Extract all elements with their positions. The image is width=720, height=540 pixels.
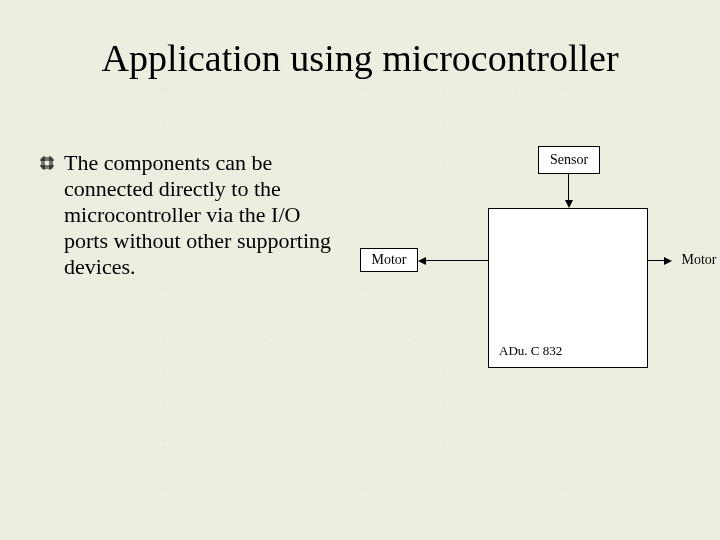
slide-title: Application using microcontroller — [0, 36, 720, 80]
sensor-box: Sensor — [538, 146, 600, 174]
microcontroller-label: ADu. C 832 — [499, 343, 562, 359]
block-diagram: Sensor ADu. C 832 Motor Motor — [360, 140, 710, 400]
motor-right-label-box: Motor — [670, 248, 720, 272]
bullet-item: The components can be connected directly… — [40, 150, 345, 280]
arrow-sensor-to-mcu — [568, 174, 569, 202]
arrow-mcu-to-motor-left — [426, 260, 488, 261]
bullet-text: The components can be connected directly… — [64, 150, 345, 280]
microcontroller-box: ADu. C 832 — [488, 208, 648, 368]
motor-left-box: Motor — [360, 248, 418, 272]
motor-right-label: Motor — [682, 252, 717, 268]
arrowhead-right-icon — [664, 257, 672, 265]
arrowhead-down-icon — [565, 200, 573, 208]
arrowhead-left-icon — [418, 257, 426, 265]
motor-left-label: Motor — [372, 252, 407, 268]
sensor-label: Sensor — [550, 152, 588, 168]
square-bullet-icon — [40, 156, 54, 174]
